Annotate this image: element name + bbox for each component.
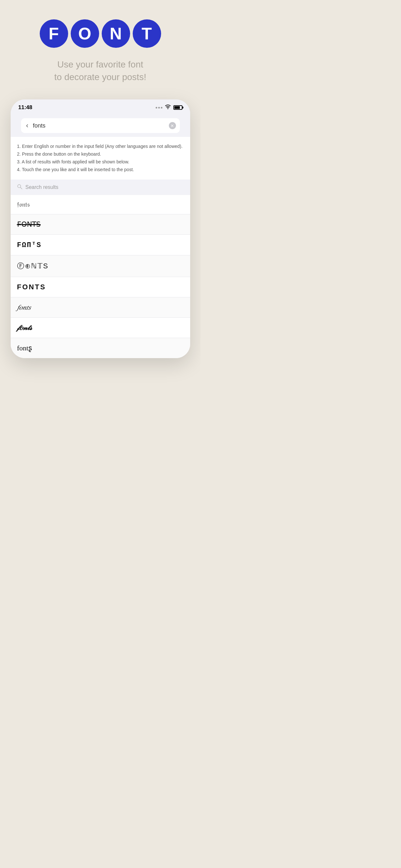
list-item[interactable]: F̶O̶N̶T̶S̶ [11,214,190,235]
font-list: 𝔣𝔬𝔫𝔱𝔰 F̶O̶N̶T̶S̶ FΩПᵀS Ⓕ⊕ℕ𝕋S FONTS 𝑓𝑜𝑛𝑡𝑠… [11,195,190,358]
font-item-text: fontʂ [17,344,32,352]
logo-letter-f: F [40,20,68,48]
status-bar: 11:48 [11,99,190,116]
logo-section: F O N T Use your favorite font to decora… [40,0,161,93]
list-item[interactable]: Ⓕ⊕ℕ𝕋S [11,255,190,277]
signal-dot-1 [156,107,157,108]
status-time: 11:48 [19,104,32,111]
logo-letter-n: N [102,20,130,48]
battery-icon [174,105,182,110]
clear-button[interactable]: ✕ [169,122,176,129]
instruction-3: 3. A list of results with fonts applied … [17,158,184,166]
status-icons [156,104,182,111]
search-bar: ‹ fonts ✕ [21,118,180,133]
wifi-icon [165,104,171,111]
instruction-1: 1. Enter English or number in the input … [17,143,184,151]
svg-line-1 [20,187,22,189]
logo-letter-t: T [133,20,161,48]
list-item[interactable]: 𝑓𝑜𝑛𝑡𝑠 [11,298,190,318]
list-item[interactable]: fontʂ [11,338,190,358]
search-results-placeholder: Search results [26,184,58,190]
tagline: Use your favorite font to decorate your … [54,58,146,83]
font-item-text: FΩПᵀS [17,241,42,249]
signal-dots [156,107,162,108]
font-item-text: 𝑓𝑜𝑛𝑡𝑠 [17,303,31,311]
search-icon [17,184,22,190]
search-results-label: Search results [11,180,190,195]
signal-dot-2 [158,107,160,108]
phone-mockup: 11:48 ‹ fonts ✕ 1. Enter Englis [11,99,190,358]
font-item-text: 𝔣𝔬𝔫𝔱𝔰 [17,201,30,208]
list-item[interactable]: 𝔣𝔬𝔫𝔱𝔰 [11,195,190,214]
list-item[interactable]: FONTS [11,277,190,298]
logo-letter-o: O [71,20,99,48]
search-query[interactable]: fonts [33,122,166,129]
instruction-2: 2. Press the done button on the keyboard… [17,151,184,158]
tagline-line1: Use your favorite font [57,59,143,69]
list-item[interactable]: 𝒻𝑜𝓃𝓉𝓈 [11,318,190,338]
logo-circles: F O N T [40,20,161,48]
tagline-line2: to decorate your posts! [54,72,146,82]
signal-dot-3 [161,107,162,108]
back-button[interactable]: ‹ [25,121,30,130]
list-item[interactable]: FΩПᵀS [11,235,190,255]
font-item-text: Ⓕ⊕ℕ𝕋S [17,262,49,270]
font-item-text: 𝒻𝑜𝓃𝓉𝓈 [17,323,32,332]
font-item-text: F̶O̶N̶T̶S̶ [17,220,41,228]
svg-point-0 [18,184,21,188]
battery-fill [174,106,180,109]
instructions: 1. Enter English or number in the input … [11,137,190,179]
font-item-text: FONTS [17,283,46,291]
instruction-4: 4. Touch the one you like and it will be… [17,166,184,174]
